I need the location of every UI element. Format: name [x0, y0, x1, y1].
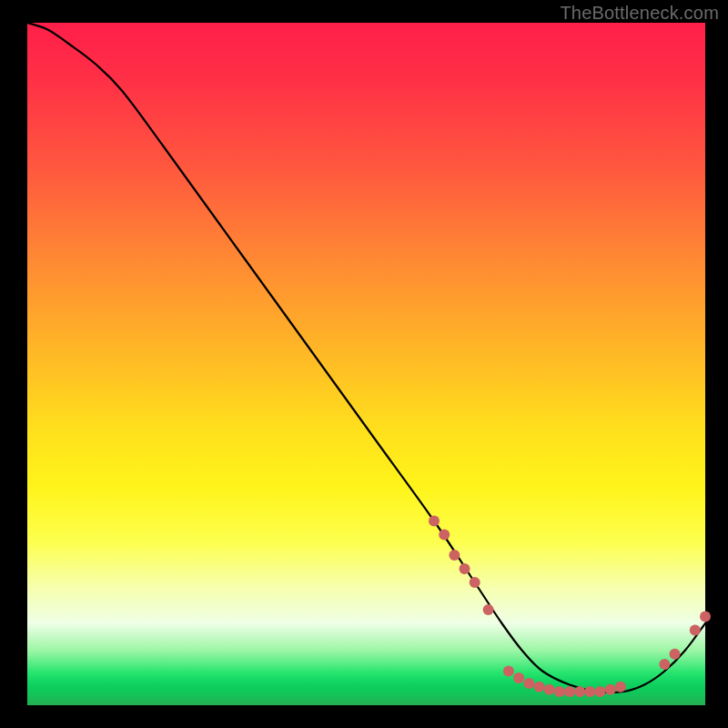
marker-dot [523, 678, 534, 689]
marker-dot [574, 686, 585, 697]
marker-dot [460, 563, 470, 574]
marker-dot [615, 682, 626, 693]
marker-dot [534, 682, 545, 693]
marker-dot [439, 530, 450, 541]
marker-dot [470, 577, 480, 588]
marker-dot [449, 550, 460, 561]
plot-area [27, 23, 705, 705]
marker-dot [690, 625, 701, 636]
marker-dot [595, 686, 606, 697]
marker-dot [429, 516, 440, 527]
marker-dot [544, 684, 555, 695]
marker-dot [554, 686, 565, 697]
marker-dot [483, 604, 494, 615]
watermark-text: TheBottleneck.com [560, 3, 719, 24]
chart-stage: TheBottleneck.com [0, 0, 728, 728]
marker-dot [513, 672, 524, 683]
marker-dot [700, 612, 711, 622]
highlight-points [429, 516, 711, 698]
marker-dot [584, 686, 595, 697]
marker-dot [659, 659, 670, 670]
marker-dot [605, 684, 616, 695]
marker-dot [564, 686, 575, 697]
bottleneck-curve [27, 23, 705, 693]
marker-dot [670, 649, 681, 660]
marker-dot [503, 666, 514, 677]
chart-svg [27, 23, 705, 705]
